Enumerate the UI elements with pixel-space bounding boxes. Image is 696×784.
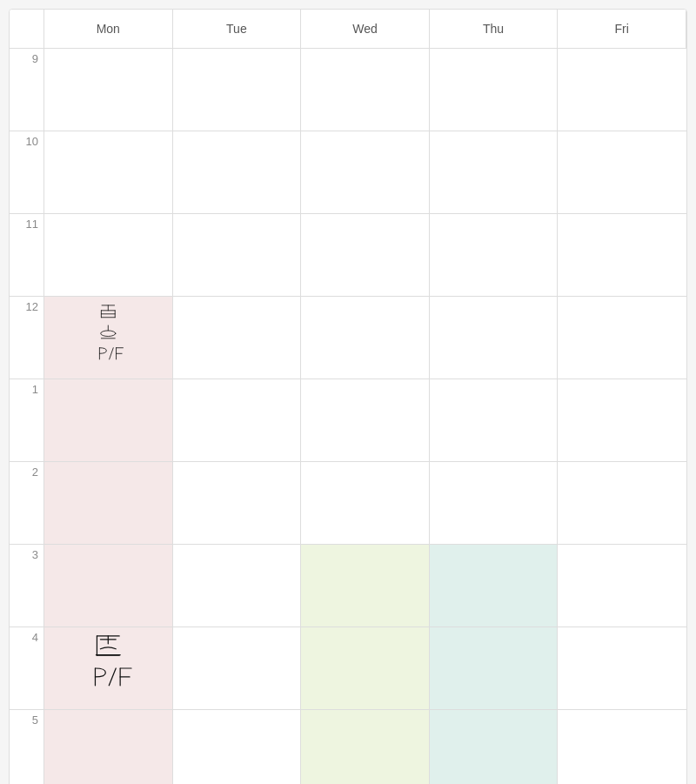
cell-fri-11 bbox=[558, 214, 686, 297]
time-1: 1 bbox=[10, 379, 44, 462]
header-wed: Wed bbox=[301, 10, 430, 49]
cell-mon-12 bbox=[44, 297, 173, 379]
cell-thu-2 bbox=[430, 462, 559, 545]
cell-fri-4 bbox=[558, 627, 686, 710]
cell-thu-10 bbox=[430, 131, 559, 214]
cell-thu-4 bbox=[430, 627, 559, 710]
time-4: 4 bbox=[10, 627, 44, 710]
cell-fri-9 bbox=[558, 49, 686, 131]
cell-mon-10 bbox=[44, 131, 173, 214]
time-12: 12 bbox=[10, 297, 44, 379]
time-5: 5 bbox=[10, 710, 44, 784]
calendar-grid: Mon Tue Wed Thu Fri 9 10 11 12 bbox=[10, 10, 686, 784]
header-time bbox=[10, 10, 44, 49]
cell-tue-1 bbox=[173, 379, 302, 462]
cell-tue-2 bbox=[173, 462, 302, 545]
cell-thu-5 bbox=[430, 710, 559, 784]
cell-thu-11 bbox=[430, 214, 559, 297]
header-mon: Mon bbox=[44, 10, 173, 49]
cell-tue-11 bbox=[173, 214, 302, 297]
cell-fri-5 bbox=[558, 710, 686, 784]
cell-tue-10 bbox=[173, 131, 302, 214]
cell-mon-11 bbox=[44, 214, 173, 297]
cell-fri-2 bbox=[558, 462, 686, 545]
cell-wed-9 bbox=[301, 49, 430, 131]
cell-tue-3 bbox=[173, 545, 302, 627]
cell-wed-11 bbox=[301, 214, 430, 297]
cell-tue-4 bbox=[173, 627, 302, 710]
svg-point-8 bbox=[101, 331, 116, 337]
cell-mon-4 bbox=[44, 627, 173, 710]
time-3: 3 bbox=[10, 545, 44, 627]
header-thu: Thu bbox=[430, 10, 559, 49]
cell-mon-1 bbox=[44, 379, 173, 462]
time-10: 10 bbox=[10, 131, 44, 214]
time-2: 2 bbox=[10, 462, 44, 545]
cell-tue-12 bbox=[173, 297, 302, 379]
cell-mon-3 bbox=[44, 545, 173, 627]
cell-thu-9 bbox=[430, 49, 559, 131]
cell-thu-1 bbox=[430, 379, 559, 462]
cell-wed-5 bbox=[301, 710, 430, 784]
cell-tue-5 bbox=[173, 710, 302, 784]
cell-fri-10 bbox=[558, 131, 686, 214]
cell-mon-9 bbox=[44, 49, 173, 131]
time-11: 11 bbox=[10, 214, 44, 297]
time-9: 9 bbox=[10, 49, 44, 131]
cell-tue-9 bbox=[173, 49, 302, 131]
event-text-mon-12-svg bbox=[44, 297, 172, 379]
cell-wed-4 bbox=[301, 627, 430, 710]
header-fri: Fri bbox=[558, 10, 686, 49]
cell-wed-2 bbox=[301, 462, 430, 545]
cell-wed-10 bbox=[301, 131, 430, 214]
cell-mon-5 bbox=[44, 710, 173, 784]
svg-line-11 bbox=[110, 348, 114, 359]
cell-thu-3 bbox=[430, 545, 559, 627]
cell-wed-3 bbox=[301, 545, 430, 627]
cell-fri-12 bbox=[558, 297, 686, 379]
event-text-mon-4-svg bbox=[44, 627, 172, 709]
header-tue: Tue bbox=[173, 10, 302, 49]
cell-fri-3 bbox=[558, 545, 686, 627]
cell-mon-2 bbox=[44, 462, 173, 545]
cell-thu-12 bbox=[430, 297, 559, 379]
cell-fri-1 bbox=[558, 379, 686, 462]
cell-wed-1 bbox=[301, 379, 430, 462]
svg-line-22 bbox=[109, 668, 116, 686]
calendar-container: Mon Tue Wed Thu Fri 9 10 11 12 bbox=[9, 9, 687, 784]
cell-wed-12 bbox=[301, 297, 430, 379]
